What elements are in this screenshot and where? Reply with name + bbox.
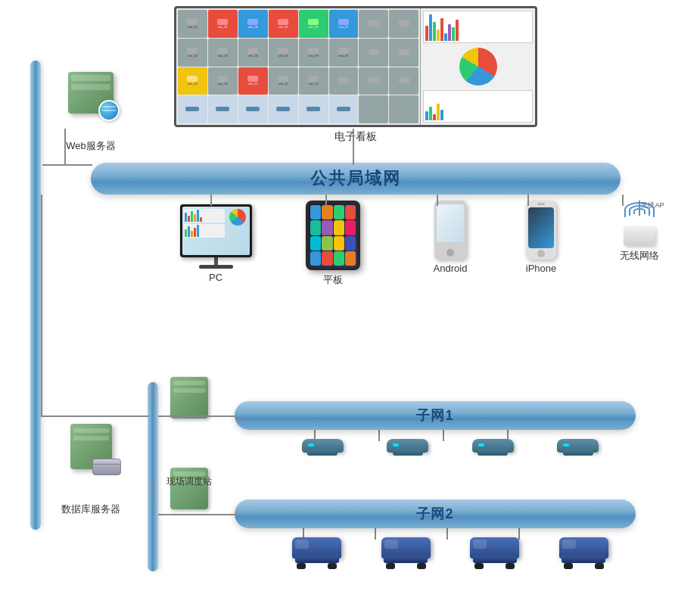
bb-cell [238,95,268,123]
scanner-device-1 [298,439,347,453]
bb-cell: mts_13 [208,67,238,95]
web-server-icon [64,72,117,129]
bb-cell [389,10,418,38]
bb-cell [178,95,207,123]
monitor-base [199,265,233,269]
bb-cell [269,95,298,123]
bb-cell: mts_12 [178,67,207,95]
web-server-label: Web服务器 [45,139,136,153]
tablet-screen [309,204,357,267]
bb-cell [359,95,388,123]
bb-bar [437,30,440,41]
subnet1-server [163,377,216,419]
monitor-content-right [226,207,250,255]
agv-wheel-left-3 [474,563,484,569]
db-server-label: 数据库服务器 [42,503,140,516]
ws-connector-horiz [42,164,92,166]
iphone-screen [528,207,554,248]
db-server-icon [61,424,121,492]
tablet-app [322,205,332,219]
monitor-chart-bar2 [184,224,225,238]
billboard-charts [421,8,535,125]
subnet2-server-icon [170,468,208,509]
scanner-light-1 [308,443,314,447]
wireless-connector [622,194,624,206]
scanner-light-4 [563,443,569,447]
bb-cell [359,67,388,95]
tablet-app [322,251,332,266]
bb-pie-chart [459,48,497,86]
tablet-app [345,205,356,219]
billboard-area: mts_01 mts_01 mts_04 mts_05 mts_06 mts_0… [174,6,537,138]
android-connector [437,194,438,206]
bb-bar [433,114,436,120]
bb-bar [440,18,443,41]
wireless-device: 无线AP 无线网络 [602,201,677,263]
tablet-device: 平板 [295,201,371,287]
bar-to-subnet1-connector [153,382,154,403]
iphone-label: iPhone [511,263,571,274]
tablet-app [334,251,344,266]
scanner-icon-1 [302,439,344,453]
chart-bar [188,226,190,237]
bb-cell: mts_07 [329,10,359,38]
agv-icon-3 [470,537,519,559]
tablet-app [345,220,356,235]
agv-device-1 [288,537,345,559]
iphone-icon [526,201,556,260]
agv-row [272,537,628,559]
billboard-connector-line [353,129,354,165]
agv-icon-2 [381,537,431,559]
field-station-label: 现场调度站 [148,475,231,488]
bb-cell: mts_09 [329,39,359,67]
globe-icon [98,100,120,121]
agv-wheel-left-4 [564,563,573,569]
tablet-app [334,220,344,235]
db-cylinder [92,459,121,475]
tablet-app [322,220,332,235]
bb-cell: mts_16 [299,67,328,95]
tablet-icon [306,201,360,270]
db-server: 数据库服务器 [42,424,140,516]
left-vertical-bar [30,61,41,530]
billboard-label: 电子看板 [174,130,537,144]
diagram-container: mts_01 mts_01 mts_04 mts_05 mts_06 mts_0… [0,0,700,613]
subnet2-server [163,468,216,509]
agv-wheel-left-2 [386,563,395,569]
android-label: Android [420,263,481,274]
bb-cell: mts_02 [178,39,207,67]
bb-cell [389,39,418,67]
billboard-screen: mts_01 mts_01 mts_04 mts_05 mts_06 mts_0… [174,6,537,127]
bb-cell: mts_01 [269,39,298,67]
bb-cell: mts_03 [208,39,238,67]
bb-bar [429,14,432,41]
agv-wheel-right-2 [417,563,426,569]
bb-bar [456,20,459,41]
chart-bar [197,210,199,222]
tablet-app [310,251,321,266]
agv-wheel-left-1 [297,563,306,569]
tablet-label: 平板 [295,273,371,287]
tablet-app [310,220,321,235]
bb-cell: mts_05 [269,10,298,38]
agv-device-3 [466,537,523,559]
tablet-app [310,205,321,219]
bb-cell: mts_14 [238,67,268,95]
bb-cell [359,10,388,38]
subnet2-horiz-connector [158,514,237,515]
chart-bar [197,225,199,237]
bb-bar [437,104,440,120]
android-screen [437,204,464,242]
bb-bar [429,107,432,120]
bb-bar [452,27,455,41]
tablet-app [334,236,344,250]
monitor-chart-bar [184,209,225,222]
ws-connector-vert [64,129,66,165]
bb-cell [389,67,418,95]
bb-bar [433,22,436,41]
subnet2-label: 子网2 [416,505,453,523]
scanner-device-2 [383,439,432,453]
bb-cell: mts_05 [238,39,268,67]
scanner-icon-2 [387,439,428,453]
bar-to-subnet2-connector [153,479,154,502]
